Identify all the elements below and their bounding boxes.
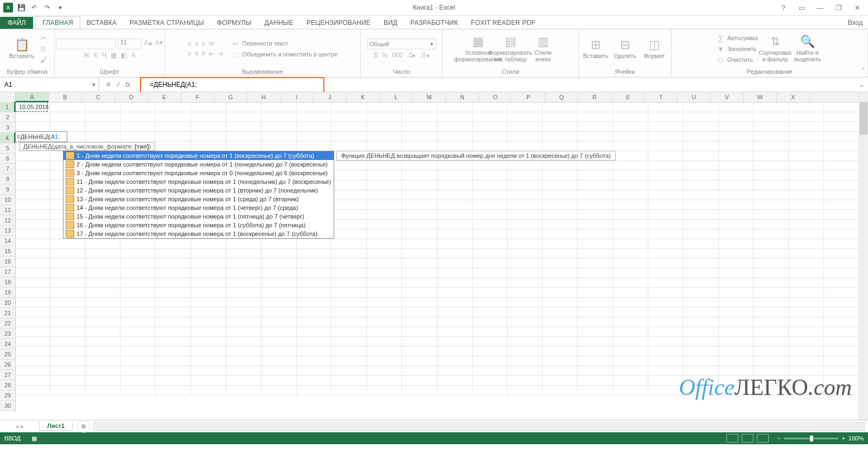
increase-font-icon[interactable]: A▴ [144,39,152,49]
cell[interactable] [684,336,719,347]
cell[interactable] [402,161,437,171]
cell[interactable] [367,229,402,239]
cell[interactable] [15,385,50,395]
dropdown-option[interactable]: 15 - Дням недели соответствуют порядковы… [63,212,334,221]
cell[interactable] [15,170,50,181]
cell[interactable] [86,278,121,288]
row-header[interactable]: 21 [0,308,15,318]
cell[interactable] [297,121,332,132]
cell[interactable] [86,121,121,132]
cell[interactable] [719,112,754,122]
dropdown-option[interactable]: 13 - Дням недели соответствуют порядковы… [63,195,334,203]
cell[interactable] [120,102,156,112]
cell[interactable] [684,268,719,278]
cell[interactable] [15,366,50,376]
cell[interactable] [331,268,367,278]
cell[interactable] [789,121,824,132]
cell[interactable] [261,268,297,278]
cell[interactable] [789,317,824,327]
cell[interactable] [297,385,332,395]
cell[interactable] [508,258,543,268]
copy-button[interactable]: ⎘ [39,44,48,54]
cell[interactable] [789,141,824,151]
cell[interactable] [261,385,297,395]
cell[interactable] [824,170,859,181]
cell[interactable] [437,327,473,337]
cell[interactable] [437,366,473,376]
zoom-in-button[interactable]: + [841,435,845,442]
cell[interactable] [191,131,226,142]
cell[interactable] [578,229,613,239]
cell[interactable] [331,297,367,308]
cell[interactable] [578,219,613,229]
cell[interactable] [120,121,156,132]
sign-in-link[interactable]: Вход [843,17,868,29]
normal-view-button[interactable] [726,434,738,443]
cell[interactable] [789,131,824,142]
cell[interactable] [15,151,50,161]
cell[interactable] [367,161,402,171]
cell[interactable] [542,385,578,395]
cell[interactable] [367,180,402,190]
cell[interactable] [261,336,297,347]
cell[interactable] [824,219,859,229]
cell[interactable] [473,219,508,229]
row-header[interactable]: 20 [0,298,15,308]
cell[interactable] [648,356,684,366]
cell[interactable] [824,336,859,347]
cell[interactable] [824,356,859,366]
row-header[interactable]: 14 [0,236,15,246]
cell[interactable] [437,239,473,249]
cell[interactable] [331,346,367,356]
column-header[interactable]: H [247,92,280,102]
tab-данные[interactable]: ДАННЫЕ [258,17,299,29]
cell[interactable] [367,239,402,249]
cell[interactable] [473,209,508,220]
cell[interactable] [120,112,156,122]
cell[interactable] [473,336,508,347]
cell[interactable] [824,268,859,278]
cell[interactable] [613,161,648,171]
cell[interactable] [754,239,789,249]
column-header[interactable]: D [115,92,148,102]
tab-file[interactable]: ФАЙЛ [0,17,33,29]
format-painter-button[interactable]: 🖌 [39,55,48,65]
cell[interactable] [508,121,543,132]
cell[interactable] [297,287,332,298]
cell[interactable] [191,268,226,278]
cell[interactable] [648,307,684,317]
cell[interactable] [719,258,754,268]
cell[interactable] [261,307,297,317]
active-cell-editor[interactable]: =ДЕНЬНЕД(A1; [15,131,67,142]
cell[interactable] [508,141,543,151]
cell[interactable] [297,346,332,356]
cell[interactable] [226,375,261,386]
cell[interactable] [542,239,578,249]
cell[interactable] [156,141,191,151]
cell[interactable] [578,297,613,308]
row-header[interactable]: 11 [0,205,15,215]
cell[interactable] [473,161,508,171]
cell[interactable] [86,327,121,337]
cell[interactable] [613,297,648,308]
align-top-icon[interactable]: ≡ [188,40,192,48]
cell[interactable] [331,190,367,200]
cell[interactable] [542,317,578,327]
cell[interactable] [824,121,859,132]
cell[interactable] [473,190,508,200]
cell[interactable] [648,278,684,288]
column-header[interactable]: V [711,92,744,102]
column-header[interactable]: M [413,92,446,102]
cell[interactable] [719,239,754,249]
cell[interactable] [684,287,719,298]
cell[interactable] [50,336,86,347]
cell[interactable] [402,200,437,210]
cell[interactable] [719,248,754,259]
cell[interactable] [120,346,156,356]
cell[interactable] [578,248,613,259]
cell[interactable] [824,229,859,239]
cell[interactable] [156,278,191,288]
cell[interactable] [15,190,50,200]
cell[interactable] [613,356,648,366]
row-header[interactable]: 30 [0,401,15,411]
